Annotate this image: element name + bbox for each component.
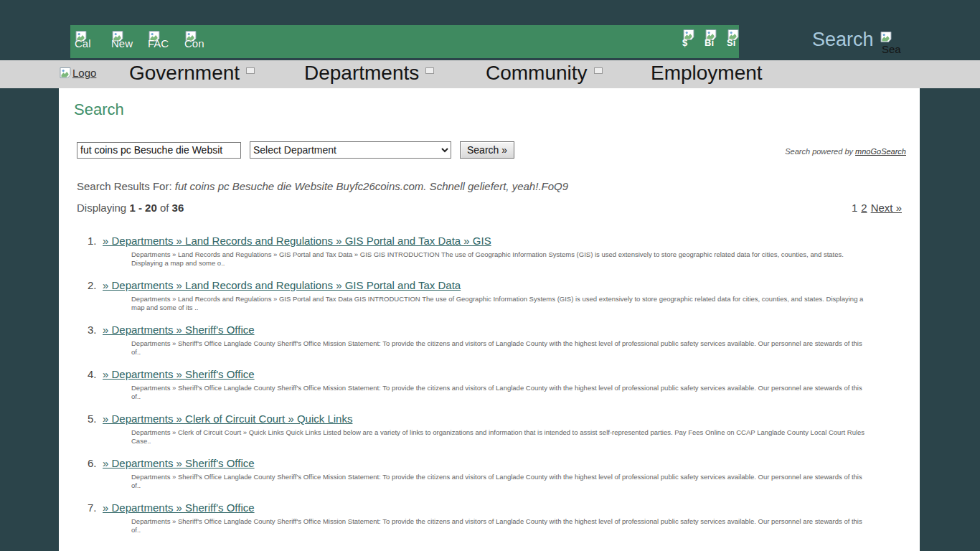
results-for-prefix: Search Results For: [77, 180, 175, 192]
displaying-prefix: Displaying [77, 202, 129, 214]
search-query-input[interactable] [77, 142, 241, 159]
top-utility-link-label: FAC [148, 37, 169, 50]
nav-item-label: Employment [651, 62, 763, 84]
top-utility-link[interactable]: New [111, 31, 138, 52]
top-utility-icon-label: Bi [705, 37, 714, 48]
top-utility-link-label: Con [184, 37, 204, 50]
results-for-query: fut coins pc Besuche die Website Buyfc26… [175, 180, 568, 192]
top-utility-icon-link[interactable]: Bi [704, 29, 720, 52]
nav-item-label: Departments [304, 62, 419, 84]
search-submit-icon[interactable]: Sea [880, 32, 906, 56]
displaying-total: 36 [172, 202, 184, 214]
pagination-next-link[interactable]: Next » [871, 202, 902, 214]
top-utility-link-label: Cal [75, 37, 91, 50]
result-title-link[interactable]: » Departments » Land Records and Regulat… [103, 279, 461, 291]
results-list: 1.» Departments » Land Records and Regul… [77, 233, 905, 545]
result-number: 7. [88, 500, 100, 516]
result-snippet: Departments » Land Records and Regulatio… [131, 295, 873, 311]
search-results-for-line: Search Results For: fut coins pc Besuche… [77, 180, 568, 192]
top-utility-right-links: $ Bi Si [682, 29, 742, 52]
result-title-link[interactable]: » Departments » Sheriff's Office [103, 501, 255, 514]
result-title-link[interactable]: » Departments » Land Records and Regulat… [103, 235, 491, 247]
chevron-down-icon [425, 67, 434, 74]
pagination: 12Next » [852, 202, 902, 214]
nav-item-employment[interactable]: Employment [651, 62, 763, 85]
page-title: Search [74, 100, 124, 119]
nav-item-community[interactable]: Community [486, 62, 603, 85]
result-number: 5. [88, 411, 100, 427]
top-utility-icon-link[interactable]: Si [726, 29, 742, 52]
mnogosearch-link[interactable]: mnoGoSearch [855, 147, 906, 156]
search-result-item: 1.» Departments » Land Records and Regul… [77, 233, 905, 267]
result-number: 2. [88, 278, 100, 293]
top-utility-icon-link[interactable]: $ [682, 29, 697, 52]
powered-by-note: Search powered by mnoGoSearch [785, 147, 906, 156]
result-title-link[interactable]: » Departments » Sheriff's Office [103, 368, 255, 380]
nav-item-government[interactable]: Government [129, 62, 255, 85]
broken-image-icon [880, 32, 892, 42]
top-utility-link[interactable]: Cal [75, 31, 102, 52]
top-utility-link-label: New [111, 37, 133, 50]
pagination-current-page: 1 [852, 202, 857, 214]
result-snippet: Departments » Land Records and Regulatio… [131, 250, 873, 267]
chevron-down-icon [246, 67, 255, 74]
content-area: Search Select Department Search » Search… [59, 88, 920, 551]
chevron-down-icon [594, 67, 603, 74]
search-form: Select Department Search » [77, 141, 514, 159]
site-logo-link[interactable]: Logo [60, 67, 96, 79]
result-number: 3. [88, 322, 100, 338]
result-snippet: Departments » Sheriff's Office Langlade … [131, 517, 873, 534]
top-utility-link[interactable]: FAC [148, 31, 175, 52]
search-result-item: 6.» Departments » Sheriff's Office Depar… [77, 456, 905, 489]
result-number: 4. [88, 367, 100, 382]
nav-item-departments[interactable]: Departments [304, 62, 434, 85]
result-number: 6. [88, 456, 100, 471]
result-number: 1. [88, 233, 100, 249]
powered-by-prefix: Search powered by [785, 147, 855, 156]
displaying-range: 1 - 20 [129, 202, 156, 214]
top-utility-icon-label: $ [682, 37, 687, 48]
nav-item-label: Government [129, 62, 240, 84]
top-utility-bar: Cal New FAC Con $ Bi Si [70, 25, 739, 58]
main-navbar: Logo Government Departments Community Em… [0, 60, 980, 88]
top-utility-link[interactable]: Con [184, 31, 212, 52]
search-nav-link[interactable]: Search [812, 29, 874, 51]
result-title-link[interactable]: » Departments » Sheriff's Office [103, 457, 255, 469]
broken-logo-image-icon [60, 67, 71, 78]
department-select[interactable]: Select Department [250, 141, 451, 159]
displaying-count: Displaying 1 - 20 of 36 [77, 202, 184, 214]
search-submit-button[interactable]: Search » [460, 141, 514, 159]
displaying-of: of [157, 202, 172, 214]
result-title-link[interactable]: » Departments » Sheriff's Office [103, 324, 255, 336]
pagination-page-2-link[interactable]: 2 [861, 202, 867, 214]
logo-alt-text: Logo [72, 67, 96, 79]
search-result-item: 3.» Departments » Sheriff's Office Depar… [77, 322, 905, 356]
search-icon-alt-text: Sea [882, 43, 901, 55]
search-result-item: 4.» Departments » Sheriff's Office Depar… [77, 367, 905, 400]
search-result-item: 2.» Departments » Land Records and Regul… [77, 278, 905, 311]
result-snippet: Departments » Clerk of Circuit Court » Q… [131, 428, 873, 445]
top-utility-icon-label: Si [727, 37, 735, 48]
result-title-link[interactable]: » Departments » Clerk of Circuit Court »… [103, 413, 352, 425]
nav-item-label: Community [486, 62, 588, 84]
top-utility-links: Cal New FAC Con [75, 31, 212, 52]
search-result-item: 7.» Departments » Sheriff's Office Depar… [77, 500, 905, 534]
result-snippet: Departments » Sheriff's Office Langlade … [131, 339, 873, 356]
result-snippet: Departments » Sheriff's Office Langlade … [131, 473, 873, 489]
search-result-item: 5.» Departments » Clerk of Circuit Court… [77, 411, 905, 445]
result-snippet: Departments » Sheriff's Office Langlade … [131, 384, 873, 400]
